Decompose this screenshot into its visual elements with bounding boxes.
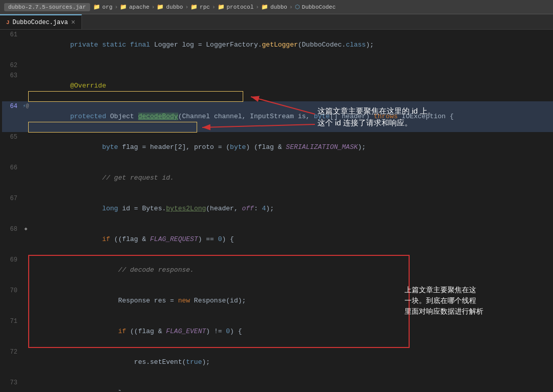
breadcrumb-dubbo: dubbo: [166, 4, 183, 10]
content-71: if ((flag & FLAG_EVENT) != 0) {: [30, 316, 553, 347]
line-61: 61 private static final Logger log = Log…: [2, 30, 553, 60]
breadcrumb: 📁 org › 📁 apache › 📁 dubbo › 📁 rpc › 📁 p…: [93, 4, 336, 10]
line-68: 68 ◆ if ((flag & FLAG_REQUEST) == 0) {: [2, 224, 553, 255]
line-64: 64 ⚡ @ protected Object decodeBody(Chann…: [2, 101, 553, 132]
markers-68: ◆: [22, 224, 30, 234]
tab-bar: J DubboCodec.java ×: [0, 14, 553, 30]
content-64: protected Object decodeBody(Channel chan…: [30, 101, 553, 132]
folder-icon-5: 📁: [218, 4, 225, 10]
folder-icon: 📁: [93, 4, 100, 10]
line-num-63: 63: [2, 71, 22, 81]
content-67: long id = Bytes.bytes2Long(header, off: …: [30, 193, 553, 224]
code-editor: 61 private static final Logger log = Log…: [0, 30, 553, 391]
content-70: Response res = new Response(id);: [30, 286, 553, 316]
title-bar: dubbo-2.7.5-sources.jar 📁 org › 📁 apache…: [0, 0, 553, 14]
content-66: // get request id.: [30, 163, 553, 193]
line-66: 66 // get request id.: [2, 163, 553, 193]
markers-64: ⚡ @: [22, 101, 30, 112]
breadcrumb-protocol: protocol: [227, 4, 254, 10]
jar-label: dubbo-2.7.5-sources.jar: [4, 3, 90, 11]
tab-close-button[interactable]: ×: [71, 19, 75, 26]
content-61: private static final Logger log = Logger…: [30, 30, 553, 60]
content-73: }: [30, 378, 553, 391]
line-num-62: 62: [2, 60, 22, 71]
folder-icon-2: 📁: [120, 4, 127, 10]
line-num-65: 65: [2, 132, 22, 142]
class-icon: ⬡: [295, 4, 300, 10]
line-num-73: 73: [2, 378, 22, 388]
breadcrumb-rpc: rpc: [200, 4, 210, 10]
content-72: res.setEvent(true);: [30, 347, 553, 378]
line-num-61: 61: [2, 30, 22, 40]
line-69: 69 // decode response.: [2, 255, 553, 286]
line-70: 70 Response res = new Response(id);: [2, 286, 553, 316]
tab-label: DubboCodec.java: [13, 19, 68, 26]
breadcrumb-class: DubboCodec: [302, 4, 336, 10]
line-num-71: 71: [2, 316, 22, 326]
java-icon: J: [6, 19, 10, 26]
line-62: 62: [2, 60, 553, 71]
line-num-69: 69: [2, 255, 22, 265]
breadcrumb-dubbo2: dubbo: [270, 4, 287, 10]
line-num-66: 66: [2, 163, 22, 173]
folder-icon-3: 📁: [157, 4, 164, 10]
content-63: @Override: [30, 71, 553, 101]
content-65: byte flag = header[2], proto = (byte) (f…: [30, 132, 553, 163]
line-num-68: 68: [2, 224, 22, 234]
line-num-70: 70: [2, 286, 22, 296]
line-73: 73 }: [2, 378, 553, 391]
tab-dubbocodec[interactable]: J DubboCodec.java ×: [0, 14, 82, 29]
content-69: // decode response.: [30, 255, 553, 286]
line-num-64: 64: [2, 101, 22, 112]
folder-icon-6: 📁: [261, 4, 268, 10]
breadcrumb-org: org: [102, 4, 113, 10]
line-num-67: 67: [2, 193, 22, 204]
code-lines: 61 private static final Logger log = Log…: [0, 30, 553, 391]
line-72: 72 res.setEvent(true);: [2, 347, 553, 378]
content-68: if ((flag & FLAG_REQUEST) == 0) {: [30, 224, 553, 255]
folder-icon-4: 📁: [190, 4, 198, 10]
line-65: 65 byte flag = header[2], proto = (byte)…: [2, 132, 553, 163]
line-num-72: 72: [2, 347, 22, 357]
breadcrumb-apache: apache: [129, 4, 150, 10]
line-63: 63 @Override: [2, 71, 553, 101]
code-container: 这篇文章主要聚焦在这里的 id 上。 这个 id 连接了请求和响应。 上篇文章主…: [0, 30, 553, 391]
line-67: 67 long id = Bytes.bytes2Long(header, of…: [2, 193, 553, 224]
line-71: 71 if ((flag & FLAG_EVENT) != 0) {: [2, 316, 553, 347]
